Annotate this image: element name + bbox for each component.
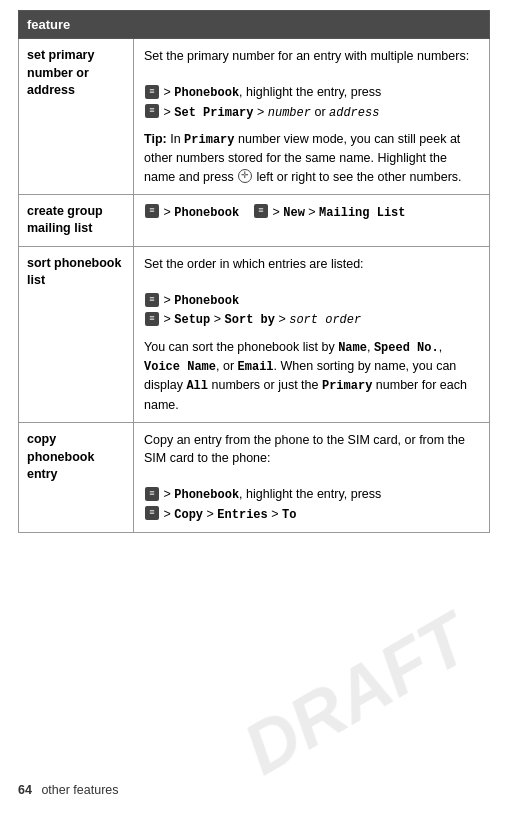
feature-label-set-primary: set primary number or address [19, 39, 134, 195]
feature-desc-sort: Set the order in which entries are liste… [134, 246, 490, 422]
tip-end: left or right to see the other numbers. [257, 170, 462, 184]
feature-desc-set-primary: Set the primary number for an entry with… [134, 39, 490, 195]
feature-desc-copy: Copy an entry from the phone to the SIM … [134, 423, 490, 533]
sort-step1-text: > Phonebook [163, 293, 239, 307]
page-number: 64 [18, 783, 32, 797]
step1-text: > Phonebook, highlight the entry, press [163, 85, 381, 99]
menu-icon [145, 312, 159, 326]
page-label: other features [41, 783, 118, 797]
step2-line: > Set Primary > number or address [144, 105, 379, 119]
tip-label: Tip: [144, 132, 167, 146]
table-row: create group mailing list > Phonebook > … [19, 194, 490, 246]
page-footer: 64 other features [18, 783, 119, 797]
watermark: DRAFT [230, 598, 482, 791]
table-header: feature [19, 11, 490, 39]
copy-step2-text: > Copy > Entries > To [163, 507, 296, 521]
feature-label-create-group: create group mailing list [19, 194, 134, 246]
copy-intro: Copy an entry from the phone to the SIM … [144, 433, 465, 465]
sort-intro: Set the order in which entries are liste… [144, 257, 364, 271]
table-row: copy phonebook entry Copy an entry from … [19, 423, 490, 533]
menu-icon [145, 506, 159, 520]
table-row: set primary number or address Set the pr… [19, 39, 490, 195]
copy-step1: > Phonebook, highlight the entry, press [144, 487, 381, 501]
feature-desc-create-group: > Phonebook > New > Mailing List [134, 194, 490, 246]
step2-text: > Set Primary > number or address [163, 105, 379, 119]
menu-icon [145, 104, 159, 118]
feature-label-copy: copy phonebook entry [19, 423, 134, 533]
table-row: sort phonebook list Set the order in whi… [19, 246, 490, 422]
menu-icon [254, 204, 268, 218]
copy-step2: > Copy > Entries > To [144, 507, 296, 521]
nav-arrow-icon [238, 169, 252, 183]
menu-icon [145, 204, 159, 218]
menu-icon [145, 487, 159, 501]
tip-block: Tip: In Primary number view mode, you ca… [144, 130, 479, 186]
copy-step1-text: > Phonebook, highlight the entry, press [163, 487, 381, 501]
cg-text1: > Phonebook [163, 205, 249, 219]
sort-step1: > Phonebook [144, 293, 239, 307]
cg-text2: > New > Mailing List [272, 205, 405, 219]
menu-icon [145, 293, 159, 307]
feature-table: feature set primary number or address Se… [18, 10, 490, 533]
step1-line: > Phonebook, highlight the entry, press [144, 85, 381, 99]
menu-icon [145, 85, 159, 99]
page-wrapper: feature set primary number or address Se… [0, 0, 508, 593]
sort-step2: > Setup > Sort by > sort order [144, 312, 361, 326]
feature-label-sort: sort phonebook list [19, 246, 134, 422]
create-group-step: > Phonebook > New > Mailing List [144, 205, 406, 219]
sort-step2-text: > Setup > Sort by > sort order [163, 312, 361, 326]
sort-extra: You can sort the phonebook list by Name,… [144, 338, 479, 414]
desc-intro: Set the primary number for an entry with… [144, 49, 469, 63]
